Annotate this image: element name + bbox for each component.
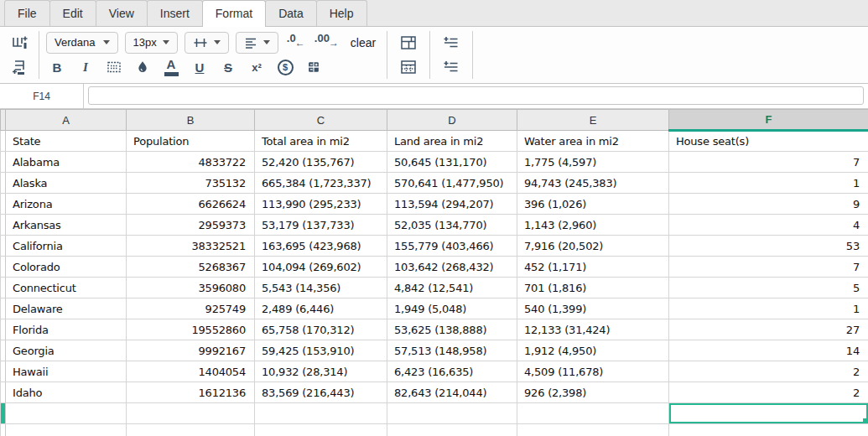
increase-decimal-button[interactable]: .00→ xyxy=(314,32,340,54)
cell-A13[interactable]: Idaho xyxy=(6,382,127,403)
insert-column-button[interactable] xyxy=(8,32,30,54)
cell-F2[interactable]: 7 xyxy=(669,152,868,173)
cell-F1[interactable]: House seat(s) xyxy=(669,131,868,152)
cell-E2[interactable]: 1,775 (4,597) xyxy=(517,152,669,173)
cell-F8[interactable]: 5 xyxy=(669,278,868,298)
column-header-f[interactable]: F xyxy=(669,110,868,131)
cell-D11[interactable]: 57,513 (148,958) xyxy=(387,340,517,361)
cell-B2[interactable]: 4833722 xyxy=(127,152,255,173)
font-family-select[interactable]: Verdana xyxy=(46,32,118,54)
cell-D15[interactable] xyxy=(387,424,517,436)
font-color-button[interactable]: A xyxy=(160,56,182,78)
cell-B8[interactable]: 3596080 xyxy=(127,278,255,298)
align-select[interactable] xyxy=(236,32,278,54)
italic-button[interactable]: I xyxy=(75,56,96,78)
decrease-decimal-button[interactable]: .0← xyxy=(285,32,307,54)
cell-B3[interactable]: 735132 xyxy=(127,173,255,194)
cell-F10[interactable]: 27 xyxy=(669,319,868,340)
cell-D8[interactable]: 4,842 (12,541) xyxy=(387,278,517,298)
cell-E9[interactable]: 540 (1,399) xyxy=(517,298,669,319)
column-header-d[interactable]: D xyxy=(387,110,517,131)
menu-tab-help[interactable]: Help xyxy=(316,0,367,26)
border-style-select[interactable] xyxy=(185,32,229,54)
cell-D5[interactable]: 52,035 (134,770) xyxy=(387,215,517,236)
cell-A2[interactable]: Alabama xyxy=(6,152,127,173)
cell-A14[interactable] xyxy=(6,403,127,424)
cell-reference-box[interactable]: F14 xyxy=(0,84,84,108)
cell-B9[interactable]: 925749 xyxy=(127,298,255,319)
cell-A4[interactable]: Arizona xyxy=(6,194,127,215)
cell-A15[interactable] xyxy=(6,424,127,436)
cell-B15[interactable] xyxy=(127,424,255,436)
cell-A9[interactable]: Delaware xyxy=(6,298,127,319)
superscript-button[interactable]: x² xyxy=(246,56,268,78)
currency-button[interactable]: $ xyxy=(274,56,296,78)
cell-C2[interactable]: 52,420 (135,767) xyxy=(255,152,387,173)
cell-E4[interactable]: 396 (1,026) xyxy=(517,194,669,215)
cell-E11[interactable]: 1,912 (4,950) xyxy=(517,340,669,361)
cell-F14[interactable] xyxy=(669,403,868,424)
add-rows-above-button[interactable] xyxy=(440,32,462,54)
cell-B14[interactable] xyxy=(127,403,255,424)
merge-cells-button[interactable] xyxy=(398,32,419,54)
dashed-box-button[interactable] xyxy=(103,56,125,78)
font-size-select[interactable]: 13px xyxy=(125,32,178,54)
cell-A5[interactable]: Arkansas xyxy=(6,215,127,236)
menu-tab-edit[interactable]: Edit xyxy=(49,0,96,26)
cell-C12[interactable]: 10,932 (28,314) xyxy=(255,361,387,382)
cell-D10[interactable]: 53,625 (138,888) xyxy=(387,319,517,340)
cell-D14[interactable] xyxy=(387,403,517,424)
cell-C8[interactable]: 5,543 (14,356) xyxy=(255,278,387,298)
cell-C11[interactable]: 59,425 (153,910) xyxy=(255,340,387,361)
cell-A12[interactable]: Hawaii xyxy=(6,361,127,382)
cell-E14[interactable] xyxy=(517,403,669,424)
cell-A7[interactable]: Colorado xyxy=(6,257,127,278)
cell-C5[interactable]: 53,179 (137,733) xyxy=(255,215,387,236)
cell-C10[interactable]: 65,758 (170,312) xyxy=(255,319,387,340)
borders-button[interactable] xyxy=(398,56,419,78)
menu-tab-format[interactable]: Format xyxy=(202,0,266,27)
strikethrough-button[interactable]: S xyxy=(217,56,239,78)
insert-row-button[interactable] xyxy=(8,56,30,78)
cell-A11[interactable]: Georgia xyxy=(6,340,127,361)
cell-D2[interactable]: 50,645 (131,170) xyxy=(387,152,517,173)
cell-B6[interactable]: 38332521 xyxy=(127,236,255,257)
calculator-button[interactable] xyxy=(303,56,325,78)
cell-B4[interactable]: 6626624 xyxy=(127,194,255,215)
column-header-c[interactable]: C xyxy=(255,110,387,131)
cell-C9[interactable]: 2,489 (6,446) xyxy=(255,298,387,319)
cell-B11[interactable]: 9992167 xyxy=(127,340,255,361)
menu-tab-file[interactable]: File xyxy=(4,0,50,26)
cell-E15[interactable] xyxy=(517,424,669,436)
cell-C1[interactable]: Total area in mi2 xyxy=(255,131,387,152)
cell-D9[interactable]: 1,949 (5,048) xyxy=(387,298,517,319)
cell-F9[interactable]: 1 xyxy=(669,298,868,319)
cell-C3[interactable]: 665,384 (1,723,337) xyxy=(255,173,387,194)
cell-F4[interactable]: 9 xyxy=(669,194,868,215)
cell-F3[interactable]: 1 xyxy=(669,173,868,194)
cell-E12[interactable]: 4,509 (11,678) xyxy=(517,361,669,382)
column-header-a[interactable]: A xyxy=(6,110,127,131)
cell-B10[interactable]: 19552860 xyxy=(127,319,255,340)
cell-F5[interactable]: 4 xyxy=(669,215,868,236)
add-rows-below-button[interactable] xyxy=(440,56,462,78)
cell-D6[interactable]: 155,779 (403,466) xyxy=(387,236,517,257)
formula-input[interactable] xyxy=(88,86,864,105)
cell-B5[interactable]: 2959373 xyxy=(127,215,255,236)
cell-D13[interactable]: 82,643 (214,044) xyxy=(387,382,517,403)
cell-A8[interactable]: Connecticut xyxy=(6,278,127,298)
cell-E13[interactable]: 926 (2,398) xyxy=(517,382,669,403)
cell-E8[interactable]: 701 (1,816) xyxy=(517,278,669,298)
fill-color-button[interactable] xyxy=(132,56,153,78)
cell-D1[interactable]: Land area in mi2 xyxy=(387,131,517,152)
cell-B12[interactable]: 1404054 xyxy=(127,361,255,382)
cell-C6[interactable]: 163,695 (423,968) xyxy=(255,236,387,257)
menu-tab-view[interactable]: View xyxy=(96,0,148,26)
cell-D3[interactable]: 570,641 (1,477,950) xyxy=(387,173,517,194)
cell-E3[interactable]: 94,743 (245,383) xyxy=(517,173,669,194)
cell-D7[interactable]: 103,642 (268,432) xyxy=(387,257,517,278)
column-header-e[interactable]: E xyxy=(517,110,669,131)
cell-C4[interactable]: 113,990 (295,233) xyxy=(255,194,387,215)
cell-F6[interactable]: 53 xyxy=(669,236,868,257)
cell-F7[interactable]: 7 xyxy=(669,257,868,278)
